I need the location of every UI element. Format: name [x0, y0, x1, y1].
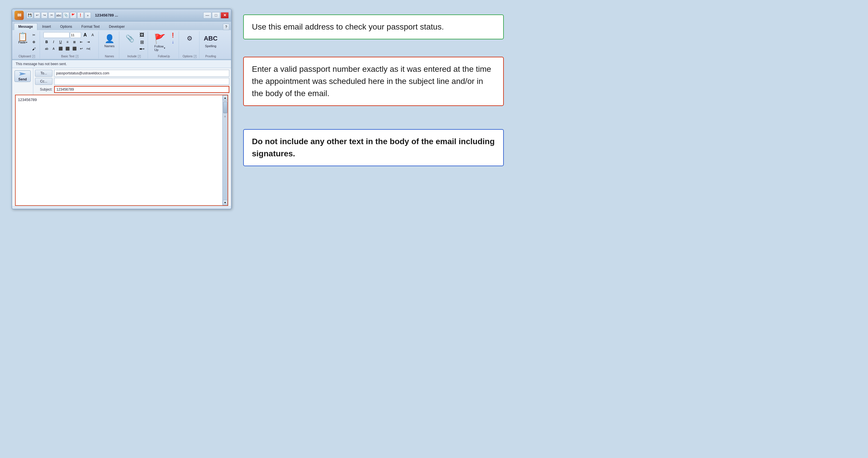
- cut-tool[interactable]: ✂: [48, 12, 55, 19]
- font-color-button[interactable]: A: [51, 46, 57, 52]
- follow-up-label: FollowUp▾: [154, 44, 165, 52]
- tab-options[interactable]: Options: [56, 23, 76, 30]
- followup-group-label: FollowUp: [158, 55, 170, 58]
- bullet-list-button[interactable]: ≡: [64, 39, 71, 45]
- table-button[interactable]: ⊞: [138, 39, 145, 45]
- font-select[interactable]: [43, 32, 69, 38]
- subject-label: Subject:: [35, 87, 53, 91]
- low-importance-button[interactable]: ↓: [169, 39, 176, 45]
- basic-text-label: Basic Text ↗: [61, 55, 78, 58]
- scrollbar-thumb[interactable]: [223, 102, 227, 113]
- attach-file-button[interactable]: 📎: [123, 32, 137, 45]
- email-body-content[interactable]: 123456789: [16, 95, 222, 205]
- scrollbar-track: ≡: [223, 100, 227, 200]
- decrease-indent-button[interactable]: ⇤: [78, 39, 85, 45]
- font-size-down-button[interactable]: A: [89, 32, 96, 38]
- underline-button[interactable]: U: [57, 39, 64, 45]
- right-panel: Use this email address to check your pas…: [243, 6, 857, 166]
- increase-indent-button[interactable]: ⇥: [85, 39, 92, 45]
- align-right-button[interactable]: ⬛: [71, 46, 78, 52]
- options-button[interactable]: ⚙: [182, 32, 197, 45]
- scroll-down-button[interactable]: ▼: [223, 200, 227, 205]
- text-highlight-button[interactable]: ab: [43, 46, 50, 52]
- names-button[interactable]: 👤 Names: [102, 32, 117, 50]
- num-list-button[interactable]: ≣: [71, 39, 78, 45]
- ribbon-group-proofing: ABC Spelling Proofing: [200, 31, 221, 59]
- subject-row: Subject:: [35, 86, 229, 93]
- paste-button[interactable]: 📋 Send Paste▾: [16, 32, 29, 45]
- importance-tool[interactable]: ❗: [77, 12, 84, 19]
- ribbon-tabs: Message Insert Options Format Text Devel…: [12, 22, 231, 30]
- fields-column: To... Cc... Subject:: [33, 68, 231, 95]
- ribbon-help-button[interactable]: ?: [223, 24, 229, 30]
- bold-button[interactable]: B: [43, 39, 50, 45]
- ribbon-group-names: 👤 Names Names: [100, 31, 119, 59]
- include-expand[interactable]: ↗: [138, 55, 141, 58]
- spelling-button[interactable]: ABC Spelling: [203, 32, 218, 50]
- clipboard-expand[interactable]: ↗: [32, 55, 35, 58]
- picture-button[interactable]: 🖼: [138, 32, 145, 38]
- email-form-main: Send To... Cc...: [12, 68, 231, 95]
- font-size-select[interactable]: [70, 32, 81, 38]
- maximize-button[interactable]: □: [212, 12, 220, 19]
- flag-tool[interactable]: 🚩: [70, 12, 76, 19]
- color-row: ab A ⬛ ⬛ ⬛ ↩ Aa|: [43, 46, 92, 52]
- undo-tool[interactable]: ↩: [34, 12, 40, 19]
- redo-tool[interactable]: ↪: [41, 12, 48, 19]
- spelling-icon: ABC: [206, 33, 216, 44]
- green-annotation-text: Use this email address to check your pas…: [252, 22, 444, 31]
- signature-button[interactable]: ✒▾: [138, 46, 145, 52]
- spellcheck-tool[interactable]: abc: [56, 12, 62, 19]
- scroll-up-button[interactable]: ▲: [223, 95, 227, 100]
- to-button[interactable]: To...: [35, 70, 53, 77]
- save-tool[interactable]: 💾: [27, 12, 33, 19]
- email-body-area: 123456789 ▲ ≡ ▼: [15, 95, 228, 206]
- high-importance-button[interactable]: ❗: [169, 32, 176, 38]
- clipboard-label: Clipboard ↗: [19, 55, 35, 58]
- rtl-button[interactable]: ↩: [78, 46, 85, 52]
- font-size-up-button[interactable]: A: [82, 32, 89, 38]
- tab-message[interactable]: Message: [14, 23, 37, 30]
- copy-button[interactable]: ⊕: [30, 39, 37, 45]
- options-content: ⚙: [182, 32, 197, 54]
- italic-button[interactable]: I: [51, 39, 57, 45]
- minimize-button[interactable]: —: [203, 12, 211, 19]
- tab-format-text[interactable]: Format Text: [77, 23, 104, 30]
- send-column: Send: [12, 68, 33, 95]
- basic-text-content: A A B I U ≡ ≣ ⇤ ⇥: [43, 32, 96, 54]
- basic-text-expand[interactable]: ↗: [75, 55, 79, 58]
- names-group-label: Names: [105, 55, 114, 58]
- more-tools[interactable]: »: [85, 12, 91, 19]
- align-center-button[interactable]: ⬛: [64, 46, 71, 52]
- outlook-logo: ✉: [14, 11, 24, 20]
- green-annotation-box: Use this email address to check your pas…: [243, 14, 504, 39]
- followup-content: 🚩 FollowUp▾ ❗ ↓: [151, 32, 176, 54]
- align-left-button[interactable]: ⬛: [57, 46, 64, 52]
- subject-input[interactable]: [54, 86, 229, 93]
- paste-icon: 📋: [18, 33, 28, 41]
- names-icon: 👤: [104, 33, 115, 44]
- include-sub-buttons: 🖼 ⊞ ✒▾: [138, 32, 145, 52]
- cc-button[interactable]: Cc...: [35, 78, 53, 85]
- cc-input[interactable]: [54, 78, 229, 85]
- send-btn-inner: Send: [18, 71, 27, 81]
- to-input[interactable]: [54, 70, 229, 77]
- red-annotation-box: Enter a valid passport number exactly as…: [243, 57, 504, 106]
- red-annotation-text: Enter a valid passport number exactly as…: [252, 65, 491, 98]
- email-body-text: 123456789: [18, 97, 37, 102]
- ribbon-group-options: ⚙ Options ↗: [180, 31, 199, 59]
- tab-insert[interactable]: Insert: [38, 23, 55, 30]
- styles-button[interactable]: Aa|: [85, 46, 92, 52]
- names-label: Names: [104, 44, 115, 48]
- send-button[interactable]: Send: [14, 70, 31, 82]
- follow-up-button[interactable]: 🚩 FollowUp▾: [151, 32, 168, 53]
- tab-developer[interactable]: Developer: [104, 23, 129, 30]
- options-expand[interactable]: ↗: [194, 55, 196, 58]
- proofing-content: ABC Spelling: [203, 32, 218, 54]
- cut-button[interactable]: ✂: [30, 32, 37, 38]
- format-painter-button[interactable]: 🖌: [30, 46, 37, 52]
- close-button[interactable]: ✕: [221, 12, 229, 19]
- attach-tool[interactable]: 📎: [63, 12, 69, 19]
- not-sent-message: This message has not been sent.: [12, 60, 231, 68]
- options-icon: ⚙: [184, 33, 195, 44]
